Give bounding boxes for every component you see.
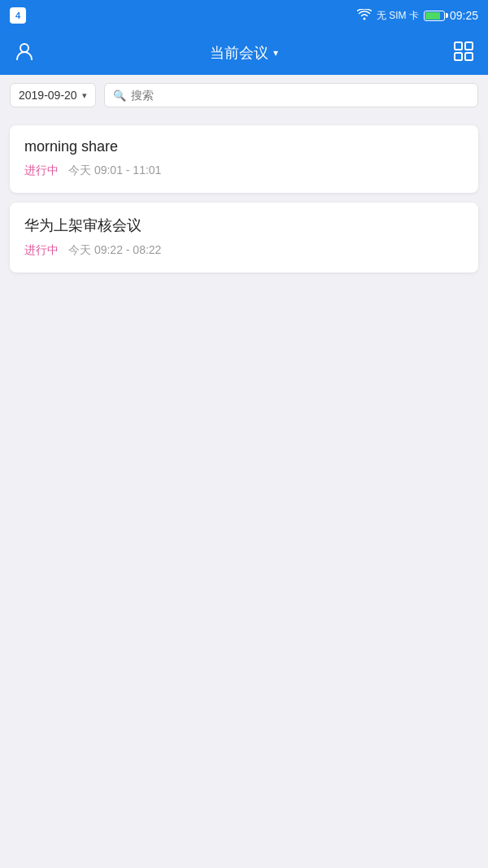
status-bar-left: 4 xyxy=(10,7,26,24)
date-chevron-icon: ▾ xyxy=(82,90,87,101)
meeting-time-2: 今天 09:22 - 08:22 xyxy=(68,243,161,258)
meeting-title-1: morning share xyxy=(24,138,464,155)
meeting-status-1: 进行中 xyxy=(24,164,59,178)
date-selector-text: 2019-09-20 xyxy=(19,89,77,102)
filter-bar: 2019-09-20 ▾ 🔍 xyxy=(0,75,488,116)
meeting-card-2[interactable]: 华为上架审核会议 进行中 今天 09:22 - 08:22 xyxy=(10,203,478,273)
meeting-title-2: 华为上架审核会议 xyxy=(24,216,464,235)
navbar: 当前会议 ▾ xyxy=(0,31,488,75)
sim-text: 无 SIM 卡 xyxy=(377,9,419,23)
svg-point-0 xyxy=(20,44,28,52)
svg-rect-2 xyxy=(465,42,473,50)
meeting-status-2: 进行中 xyxy=(24,243,59,258)
wifi-icon xyxy=(357,9,372,23)
meeting-meta-2: 进行中 今天 09:22 - 08:22 xyxy=(24,243,464,258)
search-icon: 🔍 xyxy=(113,89,126,102)
meeting-list: morning share 进行中 今天 09:01 - 11:01 华为上架审… xyxy=(0,116,488,282)
date-selector[interactable]: 2019-09-20 ▾ xyxy=(10,83,96,107)
svg-rect-3 xyxy=(455,53,462,60)
battery-icon xyxy=(424,10,445,22)
navbar-title-area[interactable]: 当前会议 ▾ xyxy=(210,43,278,63)
time-display: 09:25 xyxy=(450,9,478,22)
dropdown-icon: ▾ xyxy=(273,47,278,59)
navbar-title: 当前会议 xyxy=(210,43,268,63)
search-box[interactable]: 🔍 xyxy=(104,83,478,107)
search-input[interactable] xyxy=(131,89,469,102)
expand-icon[interactable] xyxy=(452,40,475,66)
svg-rect-4 xyxy=(465,53,473,60)
notification-badge: 4 xyxy=(10,7,26,24)
meeting-card-1[interactable]: morning share 进行中 今天 09:01 - 11:01 xyxy=(10,125,478,193)
svg-rect-1 xyxy=(455,42,462,50)
meeting-meta-1: 进行中 今天 09:01 - 11:01 xyxy=(24,164,464,178)
meeting-time-1: 今天 09:01 - 11:01 xyxy=(68,164,161,178)
status-bar: 4 无 SIM 卡 09:25 xyxy=(0,0,488,31)
status-bar-right: 无 SIM 卡 09:25 xyxy=(357,9,478,23)
person-icon[interactable] xyxy=(13,40,36,66)
